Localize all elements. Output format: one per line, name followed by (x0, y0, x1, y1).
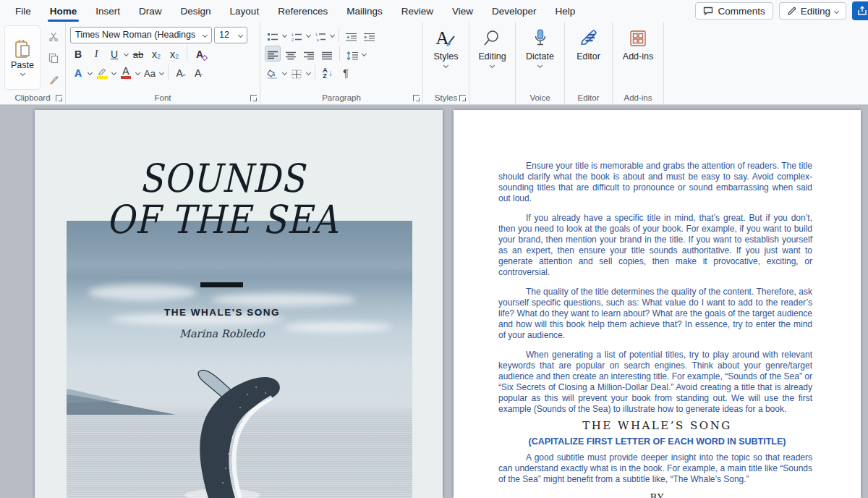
font-size-select[interactable]: 12 (214, 27, 247, 43)
font-color-button[interactable]: A (118, 64, 134, 80)
paragraph[interactable]: If you already have a specific title in … (498, 213, 812, 278)
clipboard-group-label: Clipboard (14, 93, 50, 102)
editing-label: Editing (478, 51, 506, 62)
shading-button[interactable] (265, 64, 281, 80)
chevron-down-icon[interactable] (362, 51, 367, 56)
whale-photo (67, 221, 412, 498)
styles-label: Styles (433, 51, 458, 62)
increase-indent-button[interactable] (362, 27, 378, 43)
tab-review[interactable]: Review (392, 0, 443, 22)
styles-dialog-launcher-icon[interactable] (459, 95, 466, 101)
clipboard-group: Paste (0, 22, 66, 104)
align-right-button[interactable] (301, 46, 317, 62)
add-ins-button[interactable]: Add-ins (616, 24, 660, 91)
tab-layout[interactable]: Layout (221, 0, 269, 22)
strikethrough-button[interactable]: ab (130, 46, 146, 62)
editing-mode-button[interactable]: Editing (779, 2, 846, 20)
change-case-button[interactable]: Aa (142, 64, 158, 80)
svg-text:2: 2 (292, 38, 294, 42)
tab-help[interactable]: Help (546, 0, 585, 22)
tab-home[interactable]: Home (41, 0, 87, 22)
clipboard-dialog-launcher-icon[interactable] (56, 95, 62, 101)
paragraph-dialog-launcher-icon[interactable] (413, 95, 420, 101)
underline-button[interactable]: U (106, 46, 122, 62)
cover-title[interactable]: SOUNDS OF THE SEA (57, 158, 387, 240)
tab-insert[interactable]: Insert (86, 0, 129, 22)
font-dialog-launcher-icon[interactable] (250, 95, 257, 101)
chevron-down-icon[interactable] (88, 69, 93, 75)
bold-button[interactable]: B (70, 46, 86, 62)
paste-button[interactable]: Paste (4, 25, 41, 90)
line-spacing-button[interactable] (344, 46, 360, 62)
tab-view[interactable]: View (443, 0, 482, 22)
font-name-value: Times New Roman (Headings (75, 30, 195, 40)
paragraph[interactable]: When generating a list of potential titl… (498, 350, 812, 415)
body-text[interactable]: Ensure your title is memorable and grabs… (498, 161, 812, 423)
chevron-down-icon (537, 63, 542, 68)
sort-arrow-icon: ↓ (328, 70, 333, 76)
chevron-down-icon[interactable] (282, 32, 287, 37)
font-name-select[interactable]: Times New Roman (Headings (70, 27, 212, 43)
chevron-down-icon[interactable] (111, 69, 116, 75)
multilevel-list-button[interactable]: 1a (312, 27, 328, 43)
chevron-down-icon (834, 8, 839, 13)
show-hide-pilcrow-button[interactable]: ¶ (338, 64, 354, 80)
tab-draw[interactable]: Draw (129, 0, 171, 22)
tab-file[interactable]: File (6, 0, 41, 22)
content-page[interactable]: Ensure your title is memorable and grabs… (454, 110, 861, 498)
clear-formatting-button[interactable]: A (192, 46, 208, 62)
chevron-down-icon[interactable] (282, 69, 287, 75)
font-color-bar (121, 76, 131, 79)
tab-references[interactable]: References (268, 0, 337, 22)
align-left-button[interactable] (265, 46, 281, 62)
decrease-indent-button[interactable] (344, 27, 359, 43)
shrink-font-button[interactable]: Aˇ (191, 64, 207, 80)
dictate-button[interactable]: Dictate (519, 24, 561, 91)
align-center-button[interactable] (283, 46, 299, 62)
by-label[interactable]: BY (454, 492, 861, 498)
subscript-button[interactable]: x2 (148, 46, 164, 62)
share-button[interactable] (852, 1, 868, 20)
bullet-list-button[interactable] (265, 27, 281, 43)
tab-design[interactable]: Design (171, 0, 221, 22)
whale-image (67, 221, 412, 498)
chapter-subheading[interactable]: (CAPITALIZE FIRST LETTER OF EACH WORD IN… (454, 436, 861, 447)
ribbon-tab-bar: File Home Insert Draw Design Layout Refe… (0, 0, 868, 22)
justify-button[interactable] (319, 46, 335, 62)
cover-page[interactable]: SOUNDS OF THE SEA THE WHALE'S SONG Marin… (35, 110, 443, 498)
highlight-button[interactable] (94, 64, 110, 80)
styles-group-label: Styles (435, 93, 457, 102)
chapter-heading[interactable]: THE WHALE’S SONG (454, 419, 861, 432)
numbered-list-button[interactable]: 12 (289, 27, 305, 43)
chevron-down-icon[interactable] (330, 32, 335, 37)
cover-subtitle[interactable]: THE WHALE'S SONG (35, 307, 409, 318)
grow-font-button[interactable]: A^ (173, 64, 189, 80)
subtitle-paragraph[interactable]: A good subtitle must provide deeper insi… (498, 452, 812, 485)
highlight-color-bar (97, 76, 108, 79)
chevron-down-icon[interactable] (159, 69, 164, 75)
paragraph[interactable]: The quality of the title determines the … (498, 287, 812, 341)
editor-button[interactable]: Editor (570, 24, 607, 91)
highlighter-icon (98, 67, 107, 75)
tab-mailings[interactable]: Mailings (337, 0, 392, 22)
borders-button[interactable] (289, 64, 305, 80)
cut-button[interactable] (45, 28, 62, 46)
superscript-button[interactable]: x2 (166, 46, 182, 62)
comment-bubble-icon (703, 7, 713, 16)
chevron-down-icon[interactable] (124, 51, 129, 56)
text-effects-button[interactable]: A (70, 64, 86, 80)
chevron-down-icon[interactable] (135, 69, 140, 75)
chevron-down-icon[interactable] (306, 32, 311, 37)
cover-author[interactable]: Marina Robledo (35, 328, 409, 339)
format-painter-button[interactable] (45, 71, 62, 88)
copy-button[interactable] (45, 50, 62, 67)
chevron-down-icon[interactable] (306, 69, 311, 75)
paragraph[interactable]: Ensure your title is memorable and grabs… (498, 161, 812, 204)
italic-button[interactable]: I (88, 46, 104, 62)
comments-button[interactable]: Comments (695, 2, 773, 20)
tab-developer[interactable]: Developer (482, 0, 546, 22)
editing-button[interactable]: Editing (472, 24, 512, 91)
styles-button[interactable]: A Styles (427, 24, 464, 91)
sort-button[interactable]: AZ↓ (320, 64, 336, 80)
clipboard-icon (14, 40, 30, 59)
